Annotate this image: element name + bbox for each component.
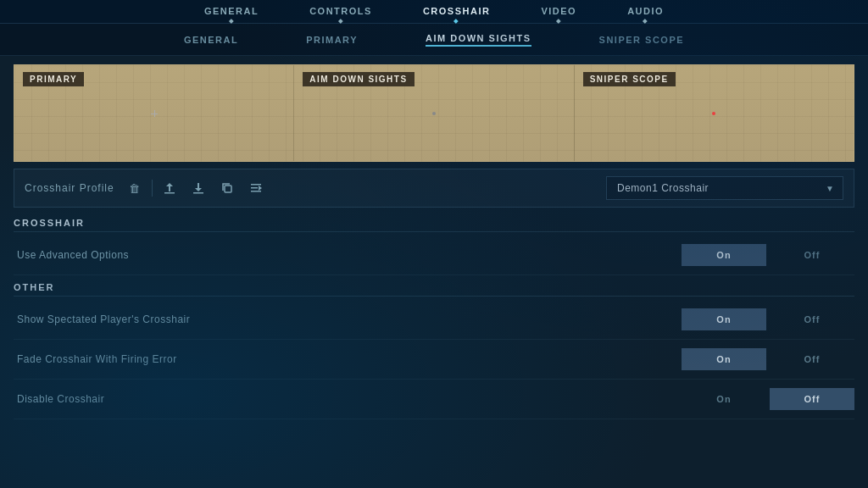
profile-row: Crosshair Profile 🗑 Demon1 Crosshair ▼ <box>14 169 854 208</box>
preview-ads: AIM DOWN SIGHTS <box>293 65 573 161</box>
preview-sniper: SNIPER SCOPE <box>574 65 854 161</box>
svg-rect-1 <box>193 192 203 194</box>
sub-nav-item-primary[interactable]: PRIMARY <box>306 35 358 45</box>
preview-primary: PRIMARY <box>14 65 293 161</box>
toggle-on-fade[interactable]: On <box>682 348 766 370</box>
svg-rect-4 <box>251 187 258 189</box>
preview-ads-label: AIM DOWN SIGHTS <box>303 72 414 86</box>
setting-label-advanced: Use Advanced Options <box>14 249 682 261</box>
toggle-off-disable[interactable]: Off <box>770 388 854 410</box>
top-nav-item-controls[interactable]: CONTROLS <box>309 6 372 18</box>
svg-rect-0 <box>164 192 175 194</box>
toggle-group-spectated: On Off <box>682 308 854 330</box>
dropdown-arrow-icon: ▼ <box>817 179 843 198</box>
svg-marker-6 <box>259 186 262 191</box>
profile-label: Crosshair Profile <box>25 182 114 194</box>
profile-select[interactable]: Demon1 Crosshair ▼ <box>606 176 843 200</box>
toggle-on-advanced[interactable]: On <box>682 244 766 266</box>
toggle-group-disable: On Off <box>682 388 854 410</box>
setting-row-disable: Disable Crosshair On Off <box>14 380 854 419</box>
sub-nav-item-general[interactable]: GENERAL <box>184 35 238 45</box>
sub-nav-item-aim-down-sights[interactable]: AIM DOWN SIGHTS <box>426 33 531 47</box>
setting-label-fade: Fade Crosshair With Firing Error <box>14 353 682 365</box>
settings-area: Crosshair Profile 🗑 Demon1 Crosshair ▼ C… <box>0 169 868 419</box>
setting-label-spectated: Show Spectated Player's Crosshair <box>14 313 682 325</box>
toggle-off-spectated[interactable]: Off <box>770 308 854 330</box>
delete-button[interactable]: 🗑 <box>123 176 147 200</box>
sniper-crosshair <box>712 112 715 115</box>
import-button[interactable] <box>244 176 268 200</box>
svg-rect-5 <box>251 191 261 192</box>
preview-primary-label: PRIMARY <box>23 72 84 86</box>
upload-button[interactable] <box>158 176 181 200</box>
top-nav-item-crosshair[interactable]: CROSSHAIR <box>423 6 491 18</box>
sub-nav: GENERAL PRIMARY AIM DOWN SIGHTS SNIPER S… <box>0 24 868 56</box>
preview-area: PRIMARY AIM DOWN SIGHTS SNIPER SCOPE <box>14 64 854 162</box>
top-nav-item-audio[interactable]: AUDIO <box>627 6 664 18</box>
profile-icons: 🗑 <box>123 176 268 200</box>
toggle-on-disable[interactable]: On <box>682 388 766 410</box>
svg-rect-2 <box>225 186 231 192</box>
sub-nav-item-sniper-scope[interactable]: SNIPER SCOPE <box>599 35 685 45</box>
download-button[interactable] <box>186 176 210 200</box>
preview-sniper-label: SNIPER SCOPE <box>583 72 676 86</box>
top-nav: GENERAL CONTROLS CROSSHAIR VIDEO AUDIO <box>0 0 868 24</box>
toggle-group-advanced: On Off <box>682 244 854 266</box>
toggle-off-advanced[interactable]: Off <box>770 244 854 266</box>
toggle-on-spectated[interactable]: On <box>682 308 766 330</box>
profile-select-value: Demon1 Crosshair <box>607 177 817 199</box>
copy-button[interactable] <box>215 176 239 200</box>
top-nav-item-general[interactable]: GENERAL <box>204 6 259 18</box>
setting-row-advanced-options: Use Advanced Options On Off <box>14 236 854 275</box>
section-header-crosshair: CROSSHAIR <box>14 218 854 232</box>
setting-row-spectated: Show Spectated Player's Crosshair On Off <box>14 300 854 340</box>
top-nav-item-video[interactable]: VIDEO <box>541 6 576 18</box>
setting-label-disable: Disable Crosshair <box>14 393 682 405</box>
section-header-other: OTHER <box>14 282 854 297</box>
ads-crosshair <box>432 112 436 115</box>
divider-1 <box>152 180 153 197</box>
toggle-off-fade[interactable]: Off <box>770 348 854 370</box>
toggle-group-fade: On Off <box>682 348 854 370</box>
setting-row-fade: Fade Crosshair With Firing Error On Off <box>14 340 854 380</box>
svg-rect-3 <box>251 184 261 186</box>
